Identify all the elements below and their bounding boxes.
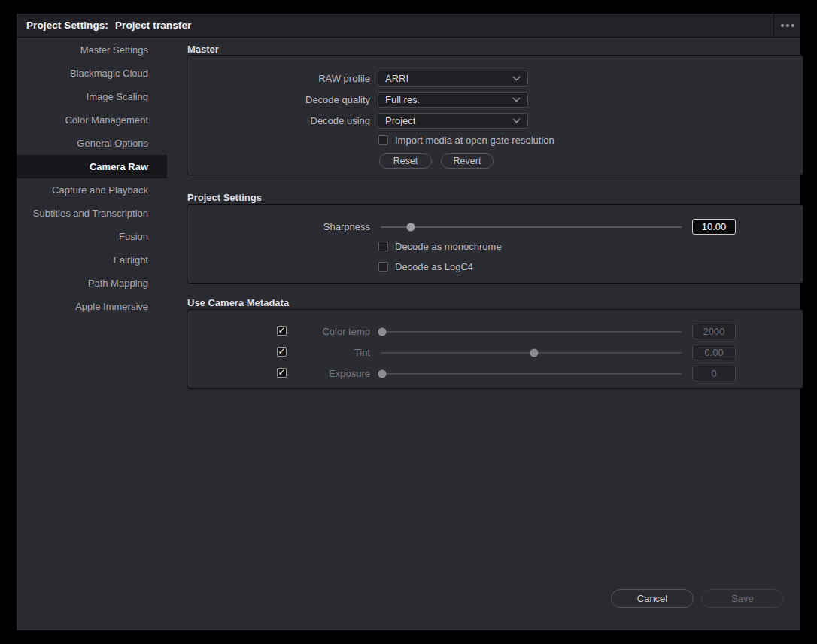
sidebar-item-fairlight[interactable]: Fairlight	[17, 248, 167, 272]
sidebar-item-blackmagic-cloud[interactable]: Blackmagic Cloud	[17, 62, 167, 85]
tint-value-field[interactable]: 0.00	[692, 345, 736, 360]
chevron-down-icon	[512, 76, 521, 81]
sidebar-item-subtitles-and-transcription[interactable]: Subtitles and Transcription	[17, 202, 167, 225]
project-settings-dialog: Project Settings:Project transfer Master…	[17, 14, 800, 630]
save-button[interactable]: Save	[701, 589, 784, 608]
chevron-down-icon	[512, 97, 521, 102]
tint-slider[interactable]	[381, 345, 682, 360]
decode-monochrome-label: Decode as monochrome	[395, 241, 502, 252]
master-panel: RAW profile ARRI Decode quality Full res…	[187, 55, 803, 175]
dialog-title-prefix: Project Settings:	[26, 20, 108, 31]
decode-quality-value: Full res.	[378, 94, 512, 105]
raw-profile-dropdown[interactable]: ARRI	[378, 71, 528, 87]
project-settings-panel: Sharpness 10.00 ✓ Decode as monochrome ✓…	[187, 204, 803, 284]
camera-metadata-section-heading: Use Camera Metadata	[187, 297, 289, 308]
exposure-slider-thumb[interactable]	[378, 370, 387, 378]
sidebar-item-fusion[interactable]: Fusion	[17, 225, 167, 248]
raw-profile-value: ARRI	[378, 73, 512, 84]
reset-button[interactable]: Reset	[379, 153, 432, 169]
color-temp-slider-track[interactable]	[381, 331, 682, 333]
revert-button[interactable]: Revert	[441, 153, 494, 169]
raw-profile-label: RAW profile	[187, 71, 370, 87]
project-settings-section-heading: Project Settings	[187, 192, 262, 203]
exposure-slider[interactable]	[381, 366, 682, 381]
decode-using-dropdown[interactable]: Project	[378, 113, 528, 129]
decode-quality-dropdown[interactable]: Full res.	[378, 92, 528, 108]
sharpness-slider-track[interactable]	[381, 226, 682, 228]
sidebar-item-apple-immersive[interactable]: Apple Immersive	[17, 295, 167, 318]
color-temp-label: Color temp	[187, 324, 370, 339]
tint-label: Tint	[187, 345, 370, 360]
ellipsis-icon	[781, 24, 794, 27]
decode-quality-label: Decode quality	[187, 92, 370, 108]
color-temp-slider[interactable]	[381, 324, 682, 339]
sidebar-item-capture-and-playback[interactable]: Capture and Playback	[17, 178, 167, 202]
sharpness-value-field[interactable]: 10.00	[692, 219, 736, 235]
sharpness-label: Sharpness	[187, 219, 370, 235]
tint-slider-thumb[interactable]	[530, 349, 539, 357]
cancel-button[interactable]: Cancel	[611, 589, 694, 608]
chevron-down-icon	[512, 118, 521, 123]
sidebar-item-master-settings[interactable]: Master Settings	[17, 38, 167, 62]
decode-using-label: Decode using	[187, 113, 370, 129]
open-gate-checkbox[interactable]: ✓	[378, 135, 388, 145]
sharpness-slider[interactable]	[381, 219, 682, 235]
settings-sidebar: Master Settings Blackmagic Cloud Image S…	[17, 38, 167, 318]
sharpness-slider-thumb[interactable]	[407, 223, 415, 232]
sidebar-item-path-mapping[interactable]: Path Mapping	[17, 272, 167, 295]
exposure-value-field[interactable]: 0	[692, 366, 736, 381]
titlebar: Project Settings:Project transfer	[17, 14, 800, 38]
settings-content: Master RAW profile ARRI Decode quality F…	[167, 38, 800, 630]
decode-monochrome-checkbox[interactable]: ✓	[378, 242, 388, 251]
sidebar-item-image-scaling[interactable]: Image Scaling	[17, 85, 167, 108]
titlebar-menu-button[interactable]	[773, 14, 800, 37]
sidebar-item-color-management[interactable]: Color Management	[17, 108, 167, 132]
decode-logc4-label: Decode as LogC4	[395, 261, 473, 272]
decode-using-value: Project	[378, 115, 512, 126]
decode-logc4-checkbox[interactable]: ✓	[378, 262, 388, 272]
open-gate-checkbox-label: Import media at open gate resolution	[395, 135, 554, 146]
exposure-label: Exposure	[187, 366, 370, 381]
sidebar-item-general-options[interactable]: General Options	[17, 132, 167, 155]
sidebar-item-camera-raw[interactable]: Camera Raw	[17, 155, 167, 178]
camera-metadata-panel: ✓ Color temp 2000 ✓ Tint 0.00 ✓ Ex	[187, 309, 803, 389]
exposure-slider-track[interactable]	[381, 373, 682, 375]
dialog-title: Project Settings:Project transfer	[17, 20, 191, 31]
master-section-heading: Master	[187, 44, 219, 55]
project-name: Project transfer	[115, 20, 191, 31]
color-temp-value-field[interactable]: 2000	[692, 324, 736, 339]
color-temp-slider-thumb[interactable]	[378, 328, 387, 336]
